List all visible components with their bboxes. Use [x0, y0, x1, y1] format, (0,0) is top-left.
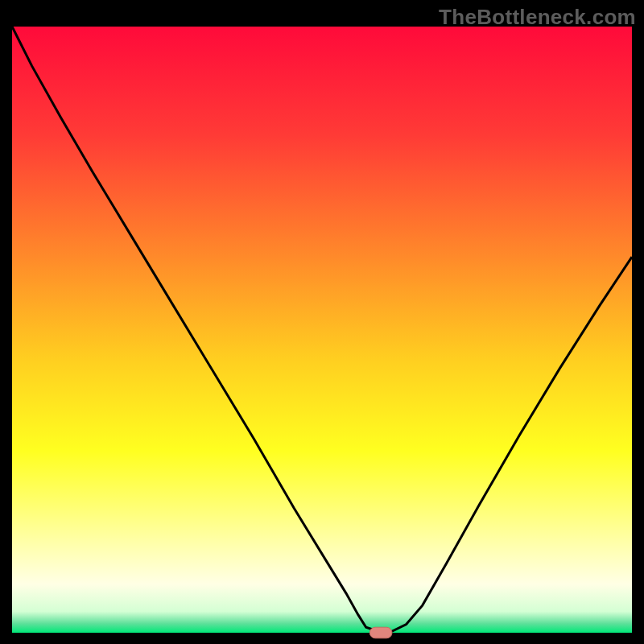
chart-frame: TheBottleneck.com: [0, 0, 644, 644]
optimum-marker: [369, 627, 392, 638]
bottleneck-chart: [0, 0, 644, 644]
watermark-text: TheBottleneck.com: [439, 5, 636, 30]
plot-background: [12, 27, 632, 633]
